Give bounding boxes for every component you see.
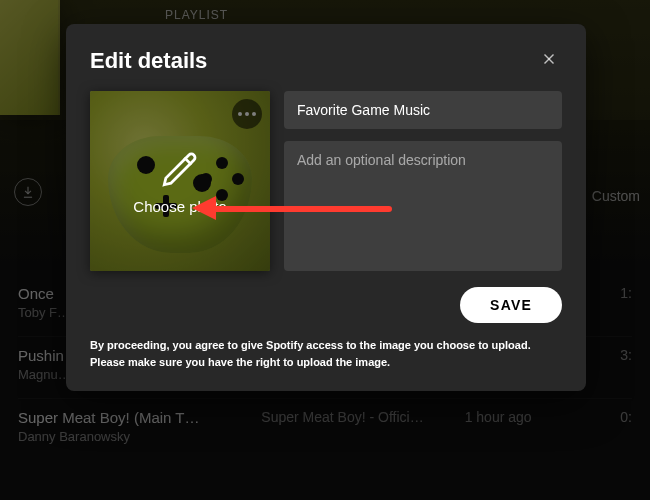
save-button[interactable]: SAVE (460, 287, 562, 323)
choose-photo-label: Choose photo (133, 198, 226, 215)
pencil-icon (159, 148, 201, 190)
dialog-title: Edit details (90, 48, 207, 74)
playlist-name-input[interactable] (284, 91, 562, 129)
edit-details-dialog: Edit details Choose photo (66, 24, 586, 391)
cover-image-picker[interactable]: Choose photo (90, 91, 270, 271)
close-button[interactable] (536, 46, 562, 75)
cover-hover-overlay: Choose photo (90, 91, 270, 271)
playlist-description-input[interactable] (284, 141, 562, 271)
close-icon (540, 50, 558, 68)
upload-disclaimer: By proceeding, you agree to give Spotify… (90, 337, 562, 371)
